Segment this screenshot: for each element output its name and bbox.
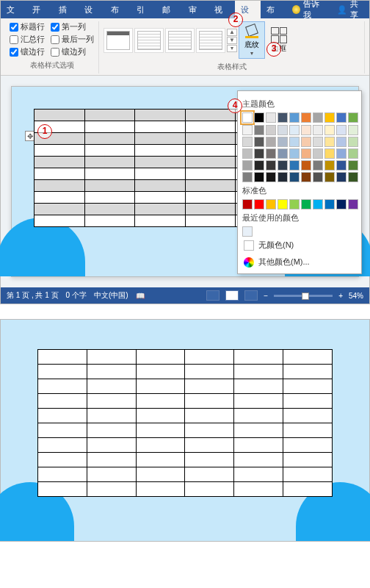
tab-design[interactable]: 设计 [79, 1, 104, 18]
color-swatch[interactable] [348, 160, 358, 171]
color-swatch[interactable] [348, 199, 358, 209]
color-swatch[interactable] [289, 172, 300, 182]
color-swatch[interactable] [266, 125, 276, 135]
tab-review[interactable]: 审阅 [183, 1, 208, 18]
color-swatch[interactable] [336, 172, 347, 182]
proofing-icon[interactable]: 📖 [136, 292, 145, 300]
color-swatch[interactable] [289, 137, 300, 147]
color-swatch[interactable] [242, 199, 253, 209]
zoom-level[interactable]: 54% [349, 292, 363, 300]
color-swatch[interactable] [301, 112, 311, 123]
color-swatch[interactable] [242, 172, 253, 182]
color-swatch[interactable] [324, 148, 335, 159]
tab-home[interactable]: 开始 [26, 1, 52, 18]
color-swatch[interactable] [266, 199, 276, 209]
color-swatch[interactable] [266, 172, 276, 182]
zoom-slider[interactable] [274, 295, 333, 297]
color-swatch[interactable] [254, 199, 264, 209]
color-swatch[interactable] [254, 137, 264, 147]
color-swatch[interactable] [313, 172, 323, 182]
color-swatch[interactable] [266, 160, 276, 171]
tab-layout[interactable]: 布局 [105, 1, 131, 18]
color-swatch[interactable] [324, 199, 335, 209]
color-swatch[interactable] [266, 137, 276, 147]
color-swatch[interactable] [254, 148, 264, 159]
color-swatch[interactable] [266, 148, 276, 159]
color-swatch[interactable] [278, 125, 288, 135]
zoom-out[interactable]: − [264, 292, 268, 300]
color-swatch[interactable] [336, 199, 347, 209]
tab-file[interactable]: 文件 [1, 1, 26, 18]
view-print[interactable] [225, 290, 239, 301]
color-swatch[interactable] [301, 148, 311, 159]
color-swatch[interactable] [301, 160, 311, 171]
color-swatch[interactable] [313, 112, 323, 123]
color-swatch[interactable] [301, 137, 311, 147]
color-swatch[interactable] [336, 148, 347, 159]
color-swatch[interactable] [324, 160, 335, 171]
color-swatch[interactable] [324, 172, 335, 182]
color-swatch[interactable] [313, 137, 323, 147]
tab-insert[interactable]: 插入 [53, 1, 79, 18]
color-swatch[interactable] [301, 172, 311, 182]
language[interactable]: 中文(中国) [94, 290, 128, 301]
color-swatch[interactable] [324, 137, 335, 147]
color-swatch[interactable] [242, 160, 253, 171]
color-swatch[interactable] [242, 137, 253, 147]
color-swatch[interactable] [324, 125, 335, 135]
color-swatch[interactable] [289, 112, 300, 123]
color-swatch[interactable] [301, 199, 311, 209]
color-swatch[interactable] [278, 172, 288, 182]
shading-button[interactable]: 底纹 ▾ [239, 21, 265, 59]
word-count[interactable]: 0 个字 [66, 290, 87, 301]
color-swatch[interactable] [278, 148, 288, 159]
tell-me[interactable]: 告诉我 [286, 0, 330, 21]
color-swatch[interactable] [254, 160, 264, 171]
view-web[interactable] [244, 290, 258, 301]
style-thumb[interactable] [104, 28, 133, 53]
color-swatch[interactable] [336, 125, 347, 135]
style-thumb[interactable] [165, 28, 195, 53]
color-swatch[interactable] [254, 112, 264, 123]
check-first-col[interactable]: 第一列 [51, 21, 94, 32]
tab-references[interactable]: 引用 [131, 1, 156, 18]
gallery-scroll[interactable]: ▲▼▾ [227, 29, 237, 52]
color-swatch[interactable] [278, 160, 288, 171]
color-swatch[interactable] [336, 137, 347, 147]
view-read[interactable] [206, 290, 220, 301]
color-swatch[interactable] [254, 172, 264, 182]
color-swatch[interactable] [313, 125, 323, 135]
style-thumb[interactable] [134, 28, 164, 53]
color-swatch[interactable] [242, 125, 253, 135]
no-color-item[interactable]: 无颜色(N) [242, 237, 357, 254]
zoom-in[interactable]: + [338, 292, 343, 300]
more-colors-item[interactable]: 其他颜色(M)... [242, 254, 357, 270]
color-swatch[interactable] [289, 125, 300, 135]
color-swatch[interactable] [289, 148, 300, 159]
color-swatch[interactable] [336, 112, 347, 123]
color-swatch[interactable] [348, 125, 358, 135]
page-count[interactable]: 第 1 页 , 共 1 页 [7, 290, 59, 301]
color-swatch[interactable] [289, 199, 300, 209]
color-swatch[interactable] [324, 112, 335, 123]
style-thumb[interactable] [196, 28, 225, 53]
color-swatch[interactable] [313, 148, 323, 159]
color-swatch[interactable] [313, 199, 323, 209]
color-swatch[interactable] [336, 160, 347, 171]
recent-color-swatch[interactable] [242, 226, 253, 237]
check-header-row[interactable]: 标题行 [10, 21, 45, 32]
check-banded-col[interactable]: 镶边列 [51, 46, 94, 57]
color-swatch[interactable] [242, 112, 253, 123]
color-swatch[interactable] [242, 148, 253, 159]
color-swatch[interactable] [278, 112, 288, 123]
tab-mail[interactable]: 邮件 [156, 1, 182, 18]
check-banded-row[interactable]: 镶边行 [10, 46, 45, 57]
color-swatch[interactable] [254, 125, 264, 135]
share-button[interactable]: 👤共享 [331, 0, 369, 21]
color-swatch[interactable] [348, 137, 358, 147]
check-last-col[interactable]: 最后一列 [51, 34, 94, 45]
color-swatch[interactable] [266, 112, 276, 123]
color-swatch[interactable] [348, 172, 358, 182]
color-swatch[interactable] [301, 125, 311, 135]
style-gallery[interactable]: ▲▼▾ 底纹 ▾ 边框 [104, 21, 360, 59]
